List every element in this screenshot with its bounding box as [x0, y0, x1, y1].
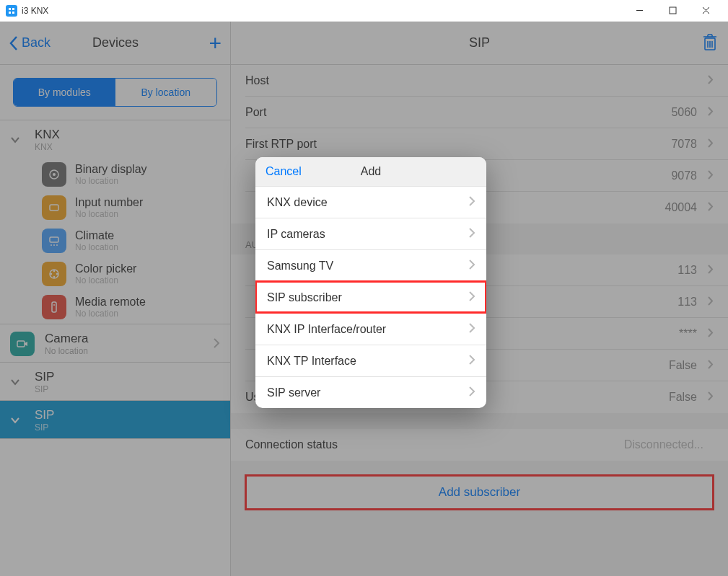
popup-item-knx-device[interactable]: KNX device	[255, 186, 486, 218]
chevron-right-icon	[469, 196, 475, 209]
chevron-right-icon	[469, 260, 475, 273]
window-title: i3 KNX	[22, 6, 48, 16]
chevron-right-icon	[469, 323, 475, 336]
svg-rect-5	[670, 7, 676, 14]
chevron-right-icon	[469, 228, 475, 241]
app-icon	[6, 5, 17, 17]
chevron-right-icon	[469, 291, 475, 304]
svg-rect-1	[12, 8, 14, 10]
popup-item-sip-server[interactable]: SIP server	[255, 376, 486, 408]
chevron-right-icon	[469, 355, 475, 368]
svg-rect-2	[9, 12, 11, 14]
popup-item-samsung-tv[interactable]: Samsung TV	[255, 249, 486, 281]
popup-item-ip-cameras[interactable]: IP cameras	[255, 218, 486, 249]
maximize-button[interactable]	[656, 0, 689, 22]
popup-item-knx-tp-interface[interactable]: KNX TP Interface	[255, 345, 486, 376]
svg-rect-3	[12, 12, 14, 14]
chevron-right-icon	[469, 386, 475, 399]
window-titlebar: i3 KNX	[0, 0, 728, 22]
popup-title: Add	[361, 165, 381, 178]
popup-item-knx-ip-interface[interactable]: KNX IP Interface/router	[255, 313, 486, 345]
close-button[interactable]	[689, 0, 722, 22]
popup-item-sip-subscriber[interactable]: SIP subscriber	[255, 281, 486, 313]
add-popup: Cancel Add KNX device IP cameras Samsung…	[255, 157, 486, 408]
popup-cancel[interactable]: Cancel	[266, 165, 302, 178]
svg-rect-0	[9, 8, 11, 10]
minimize-button[interactable]	[623, 0, 656, 22]
